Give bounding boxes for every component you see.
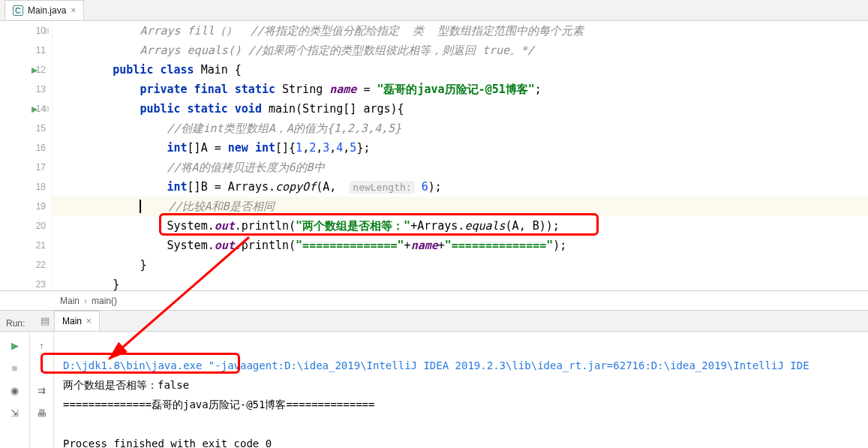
console-line: ==============磊哥的java历险记-@51博客==========… [63, 398, 374, 410]
code-line[interactable]: public static void main(String[] args){ [53, 99, 868, 119]
run-toolbar-left: ▶ ■ ◉ ⇲ [0, 332, 30, 448]
code-line[interactable]: } [53, 255, 868, 275]
close-icon[interactable]: × [86, 316, 92, 326]
code-line[interactable]: //将A的值拷贝进长度为6的B中 [53, 158, 868, 177]
run-toolbar-inner: ↑ ↓ ⇉ 🖶 [30, 332, 54, 448]
print-icon[interactable]: 🖶 [35, 405, 50, 420]
line-number: 17 [0, 158, 52, 177]
run-panel-label: Run: [0, 314, 36, 329]
editor-tab-bar: C Main.java × [0, 0, 868, 21]
line-number: 15 [0, 119, 52, 138]
code-line[interactable]: } [53, 275, 868, 294]
run-config-icon[interactable]: ▤ [36, 315, 54, 326]
breadcrumb-item[interactable]: main() [92, 296, 117, 306]
stop-icon[interactable]: ■ [8, 360, 23, 375]
close-icon[interactable]: × [71, 5, 76, 16]
line-number: 22 [0, 255, 52, 275]
code-area[interactable]: Arrays fill（） //将指定的类型值分配给指定 类 型数组指定范围中的… [53, 21, 868, 290]
line-number: 23 [0, 275, 52, 294]
up-icon[interactable]: ↑ [35, 338, 50, 353]
line-number: 18 [0, 177, 52, 197]
code-line[interactable]: //创建int类型数组A，A的值为{1,2,3,4,5} [53, 119, 868, 138]
line-number: 10⊟ [0, 21, 52, 41]
line-number: 19 [0, 197, 52, 216]
console-line: 两个数组是否相等：false [63, 379, 189, 391]
code-line[interactable]: private final static String name = "磊哥的j… [53, 80, 868, 99]
console-output[interactable]: D:\jdk1.8\bin\java.exe "-javaagent:D:\id… [54, 332, 868, 448]
run-panel: ▶ ■ ◉ ⇲ ↑ ↓ ⇉ 🖶 D:\jdk1.8\bin\java.exe "… [0, 332, 868, 448]
down-icon[interactable]: ↓ [35, 360, 50, 375]
console-command: D:\jdk1.8\bin\java.exe "-javaagent:D:\id… [63, 359, 809, 371]
run-gutter-icon[interactable]: ▶ [32, 104, 38, 114]
console-line: Process finished with exit code 0 [63, 437, 272, 448]
chevron-right-icon: › [84, 296, 87, 306]
line-number: 20 [0, 216, 52, 236]
fold-icon[interactable]: ⊟ [44, 27, 50, 35]
camera-icon[interactable]: ◉ [8, 383, 23, 398]
exit-icon[interactable]: ⇲ [8, 405, 23, 420]
code-line[interactable]: System.out.println("两个数组是否相等："+Arrays.eq… [53, 216, 868, 236]
code-line[interactable]: int[]A = new int[]{1,2,3,4,5}; [53, 138, 868, 158]
run-tab[interactable]: Main × [54, 311, 100, 331]
line-number: 21 [0, 236, 52, 255]
run-tab-name: Main [62, 316, 82, 326]
code-line[interactable]: Arrays fill（） //将指定的类型值分配给指定 类 型数组指定范围中的… [53, 21, 868, 41]
line-gutter: 10⊟ 11 12▶ 13 14▶⊟ 15 16 17 18 19 20 21 … [0, 21, 53, 290]
line-number: 13 [0, 80, 52, 99]
soft-wrap-icon[interactable]: ⇉ [35, 383, 50, 398]
code-editor[interactable]: 10⊟ 11 12▶ 13 14▶⊟ 15 16 17 18 19 20 21 … [0, 21, 868, 291]
run-gutter-icon[interactable]: ▶ [32, 65, 38, 75]
java-file-icon: C [13, 5, 23, 16]
code-line-current[interactable]: //比较A和B是否相同 [53, 197, 868, 216]
code-line[interactable]: Arrays equals() //如果两个指定的类型数组彼此相等，则返回 tr… [53, 41, 868, 60]
breadcrumb-item[interactable]: Main [60, 296, 80, 306]
code-line[interactable]: System.out.println("=============="+name… [53, 236, 868, 255]
line-number: 14▶⊟ [0, 99, 52, 119]
fold-icon[interactable]: ⊟ [44, 105, 50, 113]
line-number: 16 [0, 138, 52, 158]
code-line[interactable]: int[]B = Arrays.copyOf(A, newLength: 6); [53, 177, 868, 197]
tab-filename: Main.java [28, 5, 66, 16]
editor-tab-main[interactable]: C Main.java × [5, 0, 84, 20]
line-number: 11 [0, 41, 52, 60]
line-number: 12▶ [0, 60, 52, 80]
code-line[interactable]: public class Main { [53, 60, 868, 80]
rerun-icon[interactable]: ▶ [8, 338, 23, 353]
